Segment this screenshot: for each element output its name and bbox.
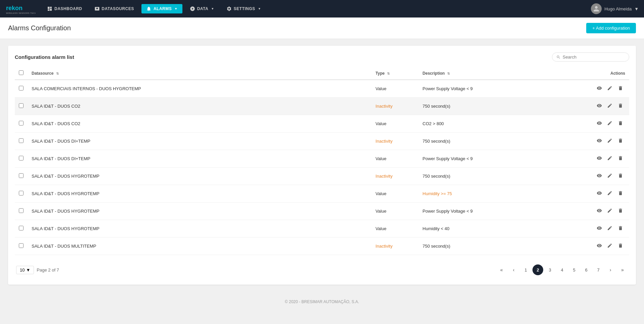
row-checkbox[interactable]	[19, 208, 24, 213]
row-checkbox[interactable]	[19, 173, 24, 178]
user-menu[interactable]: Hugo Almeida ▼	[591, 3, 639, 14]
view-button[interactable]	[595, 242, 604, 251]
row-checkbox[interactable]	[19, 156, 24, 160]
table-row: SALA ID&T - DUOS HYGROTEMP Value Humidit…	[15, 185, 629, 203]
view-button[interactable]	[595, 102, 604, 111]
delete-button[interactable]	[616, 84, 625, 93]
last-page-button[interactable]: »	[617, 264, 628, 275]
view-button[interactable]	[595, 154, 604, 163]
row-checkbox[interactable]	[19, 138, 24, 143]
row-actions	[589, 80, 629, 98]
header-type[interactable]: Type ⇅	[372, 67, 419, 80]
row-checkbox[interactable]	[19, 243, 24, 248]
row-actions	[589, 133, 629, 150]
page-3-button[interactable]: 3	[545, 264, 555, 275]
delete-button[interactable]	[616, 102, 625, 111]
row-checkbox[interactable]	[19, 191, 24, 195]
page-header: Alarms Configuration + Add configuration	[0, 17, 644, 39]
row-checkbox[interactable]	[19, 226, 24, 230]
edit-icon	[607, 208, 612, 213]
edit-button[interactable]	[605, 172, 614, 181]
header-datasource[interactable]: Datasource ⇅	[28, 67, 372, 80]
row-actions	[589, 115, 629, 133]
nav-datasources[interactable]: DATASOURCES	[90, 4, 139, 13]
row-actions	[589, 203, 629, 220]
site-footer: © 2020 - BRESIMAR AUTOMAÇÃO, S.A.	[0, 294, 644, 310]
row-type: Inactivity	[372, 133, 419, 150]
edit-button[interactable]	[605, 189, 614, 198]
delete-button[interactable]	[616, 172, 625, 181]
edit-button[interactable]	[605, 207, 614, 216]
view-button[interactable]	[595, 119, 604, 128]
row-type: Value	[372, 80, 419, 98]
delete-button[interactable]	[616, 189, 625, 198]
page-title: Alarms Configuration	[8, 24, 71, 32]
delete-button[interactable]	[616, 154, 625, 163]
nav-alarms[interactable]: ALARMS ▼	[141, 4, 182, 13]
select-all-checkbox[interactable]	[19, 70, 24, 75]
table-row: SALA ID&T - DUOS HYGROTEMP Value Power S…	[15, 203, 629, 220]
view-button[interactable]	[595, 172, 604, 181]
delete-button[interactable]	[616, 224, 625, 233]
nav-dashboard[interactable]: DASHBOARD	[42, 4, 87, 13]
view-button[interactable]	[595, 84, 604, 93]
prev-page-button[interactable]: ‹	[508, 264, 519, 275]
edit-button[interactable]	[605, 84, 614, 93]
row-description: CO2 > 800	[419, 115, 589, 133]
edit-button[interactable]	[605, 224, 614, 233]
page-6-button[interactable]: 6	[581, 264, 592, 275]
page-5-button[interactable]: 5	[569, 264, 579, 275]
row-datasource: SALA ID&T - DUOS DI+TEMP	[28, 133, 372, 150]
page-1-button[interactable]: 1	[520, 264, 531, 275]
page-7-button[interactable]: 7	[593, 264, 604, 275]
row-actions	[589, 168, 629, 185]
row-checkbox[interactable]	[19, 121, 24, 125]
delete-button[interactable]	[616, 119, 625, 128]
settings-icon	[226, 6, 232, 11]
delete-button[interactable]	[616, 242, 625, 251]
nav-settings[interactable]: SETTINGS ▼	[222, 4, 266, 13]
edit-button[interactable]	[605, 119, 614, 128]
card-title: Configurations alarm list	[15, 54, 74, 60]
page-4-button[interactable]: 4	[557, 264, 567, 275]
view-button[interactable]	[595, 137, 604, 146]
row-checkbox[interactable]	[19, 103, 24, 108]
alarms-card: Configurations alarm list Datasource ⇅	[8, 46, 636, 285]
view-button[interactable]	[595, 224, 604, 233]
edit-button[interactable]	[605, 154, 614, 163]
row-checkbox[interactable]	[19, 86, 24, 91]
header-description[interactable]: Description ⇅	[419, 67, 589, 80]
avatar	[591, 3, 602, 14]
add-configuration-button[interactable]: + Add configuration	[586, 23, 636, 33]
next-page-button[interactable]: ›	[605, 264, 616, 275]
pagination-controls: « ‹ 1 2 3 4 5 6 7 › »	[496, 264, 628, 275]
edit-icon	[607, 225, 612, 231]
edit-button[interactable]	[605, 102, 614, 111]
nav-data-label: DATA	[197, 6, 209, 11]
row-actions	[589, 185, 629, 203]
search-input[interactable]	[563, 55, 625, 60]
row-description: 750 second(s)	[419, 98, 589, 115]
logo[interactable]: rekon WIRELESS SENSORS TECHNOLOGY	[5, 3, 36, 15]
table-row: SALA COMERCIAIS INTERNOS - DUOS HYGROTEM…	[15, 80, 629, 98]
row-checkbox-cell	[15, 203, 28, 220]
page-size-selector: 10 ▼ Page 2 of 7	[16, 266, 59, 274]
edit-button[interactable]	[605, 137, 614, 146]
page-2-button[interactable]: 2	[532, 264, 543, 275]
row-checkbox-cell	[15, 185, 28, 203]
view-button[interactable]	[595, 189, 604, 198]
alarms-chevron-icon: ▼	[174, 7, 177, 10]
view-button[interactable]	[595, 207, 604, 216]
nav-data[interactable]: DATA ▼	[185, 4, 219, 13]
delete-button[interactable]	[616, 207, 625, 216]
first-page-button[interactable]: «	[496, 264, 507, 275]
trash-icon	[618, 103, 623, 108]
search-box	[552, 52, 629, 62]
trash-icon	[618, 208, 623, 213]
page-size-button[interactable]: 10 ▼	[16, 266, 34, 274]
description-sort-icon: ⇅	[447, 72, 450, 75]
nav-settings-label: SETTINGS	[234, 6, 255, 11]
edit-button[interactable]	[605, 242, 614, 251]
eye-icon	[597, 190, 602, 196]
delete-button[interactable]	[616, 137, 625, 146]
